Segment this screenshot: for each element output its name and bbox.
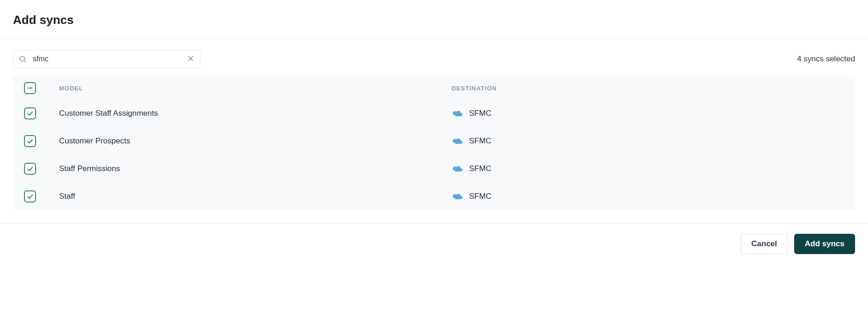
model-name: Staff Permissions xyxy=(59,164,452,173)
destination-name: SFMC xyxy=(469,192,491,201)
salesforce-cloud-icon xyxy=(452,109,464,118)
destination-name: SFMC xyxy=(469,136,491,146)
destination-name: SFMC xyxy=(469,109,491,118)
check-icon xyxy=(26,165,34,172)
check-icon xyxy=(26,137,34,145)
table-row[interactable]: Staff SFMC xyxy=(13,183,855,210)
close-icon xyxy=(187,55,194,64)
salesforce-cloud-icon xyxy=(452,164,464,173)
page-header: Add syncs xyxy=(0,0,868,39)
table-row[interactable]: Customer Staff Assignments SFMC xyxy=(13,100,855,127)
table-row[interactable]: Staff Permissions SFMC xyxy=(13,155,855,183)
add-syncs-button[interactable]: Add syncs xyxy=(794,234,855,254)
minus-icon xyxy=(26,84,34,92)
footer: Cancel Add syncs xyxy=(0,223,868,264)
row-checkbox[interactable] xyxy=(24,190,36,202)
column-header-destination: DESTINATION xyxy=(452,85,844,92)
search-input[interactable] xyxy=(13,50,200,68)
check-icon xyxy=(26,193,34,200)
salesforce-cloud-icon xyxy=(452,136,464,146)
model-name: Customer Prospects xyxy=(59,136,452,146)
check-icon xyxy=(26,110,34,117)
syncs-table: MODEL DESTINATION Customer Staff Assignm… xyxy=(13,77,855,210)
page-title: Add syncs xyxy=(13,13,855,27)
destination-name: SFMC xyxy=(469,164,491,173)
model-name: Staff xyxy=(59,192,452,201)
search-box xyxy=(13,50,200,68)
cancel-button[interactable]: Cancel xyxy=(741,234,788,254)
salesforce-cloud-icon xyxy=(452,192,464,201)
content-area: 4 syncs selected MODEL DESTINATION xyxy=(0,39,868,210)
column-header-model: MODEL xyxy=(59,85,452,92)
selected-count-text: 4 syncs selected xyxy=(797,54,855,64)
toolbar: 4 syncs selected xyxy=(13,50,855,68)
table-header-row: MODEL DESTINATION xyxy=(13,77,855,100)
clear-search-button[interactable] xyxy=(186,54,196,64)
row-checkbox[interactable] xyxy=(24,107,36,119)
row-checkbox[interactable] xyxy=(24,163,36,175)
table-row[interactable]: Customer Prospects SFMC xyxy=(13,127,855,155)
select-all-checkbox[interactable] xyxy=(24,82,36,94)
row-checkbox[interactable] xyxy=(24,135,36,147)
model-name: Customer Staff Assignments xyxy=(59,109,452,118)
